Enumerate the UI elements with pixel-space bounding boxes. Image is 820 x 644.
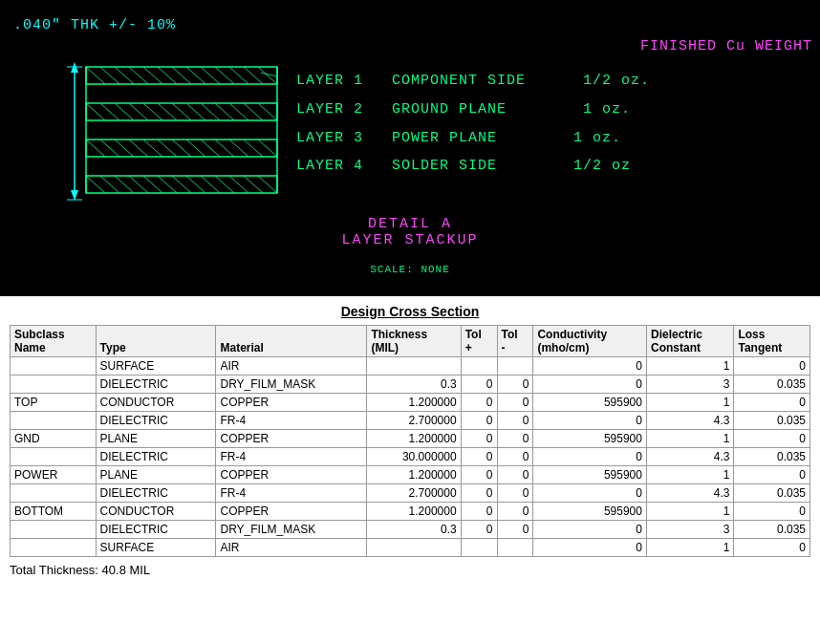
svg-line-14: [201, 67, 220, 84]
svg-line-60: [244, 176, 263, 193]
svg-line-59: [229, 176, 248, 193]
table-row: TOPCONDUCTORCOPPER1.2000000059590010: [11, 394, 810, 412]
svg-line-24: [129, 103, 148, 120]
svg-line-50: [100, 176, 119, 193]
layer3-info: LAYER 3 POWER PLANE 1 oz.: [296, 130, 621, 146]
svg-line-13: [186, 67, 205, 84]
pcb-cross-section: [57, 57, 287, 210]
table-row: DIELECTRICFR-430.0000000004.30.035: [11, 448, 810, 466]
svg-line-32: [244, 103, 263, 120]
table-row: DIELECTRICFR-42.7000000004.30.035: [11, 412, 810, 430]
svg-line-16: [229, 67, 248, 84]
svg-line-58: [215, 176, 234, 193]
svg-line-40: [158, 140, 177, 157]
schematic-area: .040" THK +/- 10% FINISHED Cu WEIGHT: [0, 0, 820, 296]
svg-line-45: [229, 140, 248, 157]
finished-cu-label: FINISHED Cu WEIGHT: [640, 38, 812, 54]
table-row: POWERPLANECOPPER1.2000000059590010: [11, 466, 810, 484]
svg-line-12: [172, 67, 191, 84]
svg-line-8: [115, 67, 134, 84]
svg-line-38: [129, 140, 148, 157]
svg-line-57: [201, 176, 220, 193]
svg-line-47: [258, 140, 277, 157]
svg-line-46: [244, 140, 263, 157]
svg-line-23: [115, 103, 134, 120]
svg-line-11: [158, 67, 177, 84]
svg-line-54: [158, 176, 177, 193]
col-header-thickness: Thickness(MIL): [367, 326, 461, 357]
table-row: DIELECTRICDRY_FILM_MASK0.300030.035: [11, 376, 810, 394]
svg-line-51: [115, 176, 134, 193]
svg-line-30: [215, 103, 234, 120]
svg-line-42: [186, 140, 205, 157]
svg-line-15: [215, 67, 234, 84]
svg-line-44: [215, 140, 234, 157]
svg-line-19: [261, 73, 277, 76]
layer4-info: LAYER 4 SOLDER SIDE 1/2 oz: [296, 158, 631, 174]
table-row: DIELECTRICFR-42.7000000004.30.035: [11, 484, 810, 503]
svg-line-52: [129, 176, 148, 193]
svg-line-7: [100, 67, 119, 84]
svg-line-21: [86, 103, 105, 120]
svg-line-9: [129, 67, 148, 84]
col-header-dielectric: DielectricConstant: [646, 326, 733, 357]
svg-line-39: [143, 140, 162, 157]
svg-line-55: [172, 176, 191, 193]
table-row: DIELECTRICDRY_FILM_MASK0.300030.035: [11, 521, 810, 539]
table-row: SURFACEAIR010: [11, 357, 810, 376]
detail-label: DETAIL A LAYER STACKUP: [341, 216, 478, 248]
svg-line-61: [258, 176, 277, 193]
svg-line-31: [229, 103, 248, 120]
thk-label: .040" THK +/- 10%: [13, 17, 176, 33]
svg-line-41: [172, 140, 191, 157]
svg-line-35: [86, 140, 105, 157]
col-header-tol-plus: Tol+: [461, 326, 497, 357]
table-row: BOTTOMCONDUCTORCOPPER1.2000000059590010: [11, 503, 810, 521]
svg-marker-2: [71, 190, 78, 201]
svg-line-36: [100, 140, 119, 157]
col-header-material: Material: [216, 326, 367, 357]
total-thickness: Total Thickness: 40.8 MIL: [10, 563, 810, 577]
svg-line-10: [143, 67, 162, 84]
svg-line-25: [143, 103, 162, 120]
table-row: SURFACEAIR010: [11, 539, 810, 557]
svg-line-22: [100, 103, 119, 120]
table-area: Design Cross Section SubclassName Type M…: [0, 296, 820, 581]
col-header-type: Type: [96, 326, 216, 357]
svg-line-33: [258, 103, 277, 120]
svg-line-26: [158, 103, 177, 120]
cross-section-table: SubclassName Type Material Thickness(MIL…: [10, 325, 810, 557]
col-header-subclass: SubclassName: [11, 326, 97, 357]
svg-line-37: [115, 140, 134, 157]
svg-line-6: [86, 67, 105, 84]
svg-line-28: [186, 103, 205, 120]
svg-line-49: [86, 176, 105, 193]
svg-line-43: [201, 140, 220, 157]
table-row: GNDPLANECOPPER1.2000000059590010: [11, 430, 810, 448]
layer2-info: LAYER 2 GROUND PLANE 1 oz.: [296, 101, 631, 118]
svg-line-27: [172, 103, 191, 120]
col-header-loss: LossTangent: [734, 326, 810, 357]
col-header-tol-minus: Tol-: [497, 326, 533, 357]
svg-line-29: [201, 103, 220, 120]
svg-line-56: [186, 176, 205, 193]
svg-line-53: [143, 176, 162, 193]
scale-label: SCALE: NONE: [370, 264, 450, 275]
svg-line-17: [244, 67, 263, 84]
layer1-info: LAYER 1 COMPONENT SIDE 1/2 oz.: [296, 73, 650, 89]
section-title: Design Cross Section: [10, 304, 810, 319]
col-header-conductivity: Conductivity(mho/cm): [533, 326, 647, 357]
